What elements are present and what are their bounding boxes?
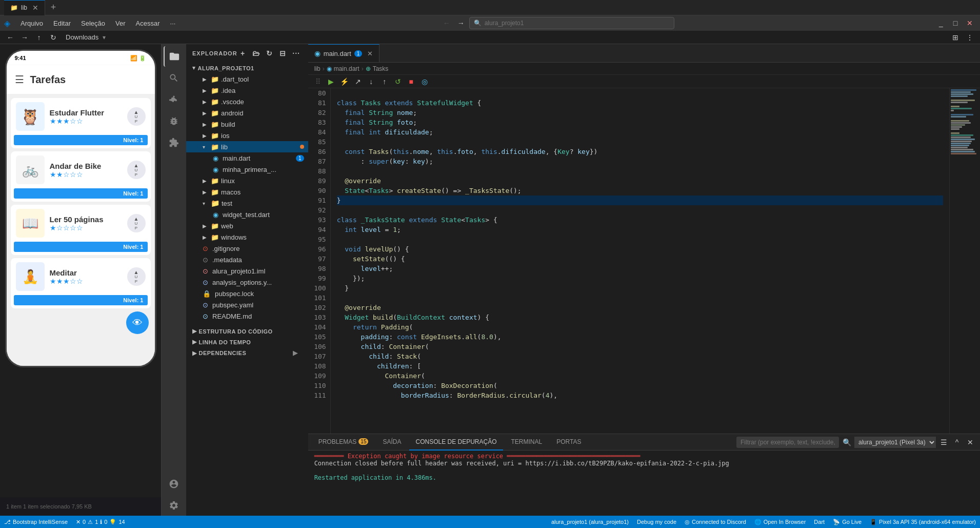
panel-close-btn[interactable]: ✕	[965, 437, 976, 448]
tree-windows[interactable]: ▶ 📁 windows	[186, 231, 308, 243]
tree-build[interactable]: ▶ 📁 build	[186, 119, 308, 130]
status-device[interactable]: 📱 Pixel 3a API 35 (android-x64 emulator)	[866, 516, 980, 528]
editor-tab-main-dart[interactable]: ◉ main.dart 1 ✕	[308, 44, 380, 62]
title-tab-lib[interactable]: 📁 lib ✕	[4, 0, 45, 15]
fab-button[interactable]: 👁	[126, 311, 149, 334]
status-language[interactable]: Dart	[810, 516, 829, 528]
collapse-explorer-btn[interactable]: ⊟	[277, 48, 289, 59]
tree-android[interactable]: ▶ 📁 android	[186, 107, 308, 119]
status-debug-mode[interactable]: Debug my code	[633, 516, 681, 528]
tree-gitignore[interactable]: ⊙ .gitignore	[186, 243, 308, 254]
tree-metadata[interactable]: ⊙ .metadata	[186, 254, 308, 265]
tree-pubspec-lock[interactable]: 🔒 pubspec.lock	[186, 288, 308, 299]
status-open-browser[interactable]: 🌐 Open In Browser	[750, 516, 810, 528]
tree-iml[interactable]: ⊙ alura_projeto1.iml	[186, 265, 308, 277]
activity-git-btn[interactable]	[164, 89, 184, 110]
activity-accounts-btn[interactable]	[164, 474, 184, 494]
project-section[interactable]: ▾ ALURA_PROJETO1	[186, 63, 308, 73]
tree-ios[interactable]: ▶ 📁 ios	[186, 130, 308, 141]
panel-device-select[interactable]: alura_projeto1 (Pixel 3a)	[854, 437, 936, 448]
dependencies-section[interactable]: ▶ DEPENDENCIES ▶	[186, 347, 308, 359]
toolbar-step-over-btn[interactable]: ↗	[352, 76, 364, 87]
activity-search-btn[interactable]	[164, 68, 184, 88]
tree-linux[interactable]: ▶ 📁 linux	[186, 175, 308, 186]
tree-readme[interactable]: ⊙ README.md	[186, 310, 308, 322]
task-level-btn-0[interactable]: ▲ U P	[127, 107, 146, 126]
menu-ver[interactable]: Ver	[111, 15, 130, 31]
nav-breadcrumb-refresh[interactable]: ↻	[47, 31, 59, 44]
nav-breadcrumb-forward[interactable]: →	[18, 31, 31, 44]
menu-editar[interactable]: Editar	[49, 15, 75, 31]
new-file-btn[interactable]: +	[237, 48, 249, 59]
activity-settings-btn[interactable]	[164, 495, 184, 516]
panel-minimize-btn[interactable]: ^	[951, 437, 963, 448]
panel-filter-input[interactable]	[736, 437, 839, 448]
breadcrumb-expand[interactable]: ▾	[103, 34, 106, 41]
tree-test[interactable]: ▾ 📁 test	[186, 198, 308, 209]
tree-analysis[interactable]: ⊙ analysis_options.y...	[186, 277, 308, 288]
menu-arquivo[interactable]: Arquivo	[16, 15, 47, 31]
nav-breadcrumb-back[interactable]: ←	[4, 31, 16, 44]
activity-extensions-btn[interactable]	[164, 132, 184, 153]
tree-lib[interactable]: ▾ 📁 lib	[186, 141, 308, 152]
tree-idea[interactable]: ▶ 📁 .idea	[186, 85, 308, 96]
timeline-section[interactable]: ▶ LINHA DO TEMPO	[186, 337, 308, 347]
code-content[interactable]: class Tasks extends StatefulWidget { fin…	[331, 88, 949, 434]
status-git-branch[interactable]: ⎇ Bootstrap IntelliSense	[0, 516, 72, 528]
nav-breadcrumb-up[interactable]: ↑	[33, 31, 45, 44]
menu-acessar[interactable]: Acessar	[132, 15, 164, 31]
tree-web[interactable]: ▶ 📁 web	[186, 220, 308, 231]
close-btn[interactable]: ✕	[964, 17, 976, 29]
toolbar-step-into-btn[interactable]: ↓	[366, 76, 377, 87]
status-discord[interactable]: ◎ Connected to Discord	[681, 516, 750, 528]
panel-tab-ports[interactable]: PORTAS	[550, 434, 587, 451]
toolbar-step-out-btn[interactable]: ↑	[379, 76, 390, 87]
toolbar-stop-btn[interactable]: ■	[406, 76, 417, 87]
nav-sort[interactable]: ⋮	[964, 31, 976, 44]
status-debug-target[interactable]: alura_projeto1 (alura_projeto1)	[547, 516, 633, 528]
tree-widget-test[interactable]: ◉ widget_test.dart	[186, 209, 308, 220]
editor-tab-close[interactable]: ✕	[367, 50, 373, 57]
tab-folder-icon: 📁	[10, 4, 18, 11]
search-box[interactable]: 🔍	[469, 17, 674, 29]
panel-tab-output[interactable]: SAÍDA	[376, 434, 407, 451]
more-actions-btn[interactable]: ···	[291, 48, 302, 59]
toolbar-restart-btn[interactable]: ↺	[392, 76, 404, 87]
tree-pubspec-yaml[interactable]: ⊙ pubspec.yaml	[186, 299, 308, 310]
toolbar-play-btn[interactable]: ▶	[326, 76, 337, 87]
activity-debug-btn[interactable]	[164, 111, 184, 131]
minimize-btn[interactable]: _	[935, 17, 947, 29]
nav-forward-btn[interactable]: →	[455, 17, 467, 29]
panel-tab-problems[interactable]: PROBLEMAS 15	[312, 434, 375, 451]
search-input[interactable]	[485, 19, 670, 27]
task-progress-3: Nível: 1	[14, 295, 148, 305]
tree-dart-tool[interactable]: ▶ 📁 .dart_tool	[186, 73, 308, 85]
task-level-btn-1[interactable]: ▲ U P	[127, 161, 146, 179]
tree-macos[interactable]: ▶ 📁 macos	[186, 186, 308, 198]
tab-close-btn[interactable]: ✕	[32, 4, 38, 12]
panel-list-view-btn[interactable]: ☰	[938, 437, 949, 448]
tree-minha-primera[interactable]: ◉ minha_primera_...	[186, 164, 308, 175]
tree-vscode[interactable]: ▶ 📁 .vscode	[186, 96, 308, 107]
maximize-btn[interactable]: □	[949, 17, 962, 29]
refresh-explorer-btn[interactable]: ↻	[264, 48, 275, 59]
nav-view-toggle[interactable]: ⊞	[949, 31, 962, 44]
tree-main-dart[interactable]: ◉ main.dart 1	[186, 152, 308, 164]
menu-more[interactable]: ···	[166, 15, 180, 31]
panel-filter-search-icon[interactable]: 🔍	[841, 437, 852, 448]
new-folder-btn[interactable]: 🗁	[251, 48, 262, 59]
panel-tab-debug[interactable]: CONSOLE DE DEPURAÇÃO	[409, 434, 503, 451]
new-tab-btn[interactable]: +	[46, 0, 61, 15]
status-errors[interactable]: ✕ 0 ⚠ 1 ℹ 0 💡 14	[72, 516, 129, 528]
toolbar-flutter-btn[interactable]: ◎	[419, 76, 430, 87]
toolbar-hot-reload-btn[interactable]: ⚡	[339, 76, 350, 87]
task-level-btn-3[interactable]: ▲ U P	[127, 267, 146, 286]
panel-tab-terminal[interactable]: TERMINAL	[505, 434, 549, 451]
status-golive[interactable]: 📡 Go Live	[829, 516, 866, 528]
code-structure-section[interactable]: ▶ ESTRUTURA DO CÓDIGO	[186, 326, 308, 337]
task-level-btn-2[interactable]: ▲ U P	[127, 214, 146, 232]
activity-files-btn[interactable]	[164, 46, 184, 67]
nav-back-btn[interactable]: ←	[441, 17, 453, 29]
menu-selecao[interactable]: Seleção	[77, 15, 109, 31]
timeline-label: LINHA DO TEMPO	[199, 339, 251, 345]
